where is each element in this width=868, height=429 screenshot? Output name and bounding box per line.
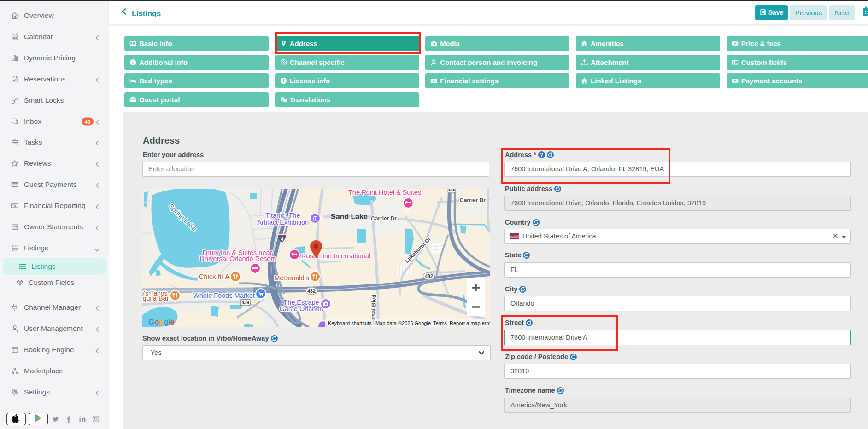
svg-text:Carrier Dr: Carrier Dr [460,197,486,203]
svg-text:Whole Foods Market: Whole Foods Market [193,292,255,299]
svg-text:Report a map error: Report a map error [450,320,490,326]
svg-text:482: 482 [307,288,316,294]
svg-text:Artifact Exhibition: Artifact Exhibition [257,219,309,226]
svg-text:G: G [148,318,154,326]
svg-text:A: A [281,98,283,100]
svg-text:4: 4 [281,237,283,242]
svg-text:o: o [159,318,164,326]
svg-text:439: 439 [241,300,249,305]
svg-text:The Point Hotel & Suites: The Point Hotel & Suites [348,189,421,196]
svg-text:482: 482 [425,273,433,279]
svg-text:Rosen Inn International: Rosen Inn International [301,252,370,260]
svg-text:o: o [155,318,159,326]
svg-text:435: 435 [447,189,456,192]
svg-text:Universal Orlando Resort: Universal Orlando Resort [200,255,275,262]
svg-text:e: e [170,318,175,326]
svg-text:equila Bar: equila Bar [142,295,169,302]
svg-text:Chick-fil-A: Chick-fil-A [199,273,229,280]
svg-text:Titanic: The: Titanic: The [266,212,300,219]
svg-text:Carrier Dr: Carrier Dr [371,215,397,222]
svg-text:Sand Lake: Sand Lake [331,213,368,220]
svg-text:Keyboard shortcuts: Keyboard shortcuts [328,320,372,326]
svg-text:McDonald's: McDonald's [274,274,309,282]
svg-text:Terms: Terms [433,320,447,326]
svg-text:g: g [164,318,169,326]
svg-text:Map data ©2025 Google: Map data ©2025 Google [375,320,431,326]
svg-text:$: $ [433,79,435,83]
svg-text:Game Orlando: Game Orlando [279,305,323,313]
